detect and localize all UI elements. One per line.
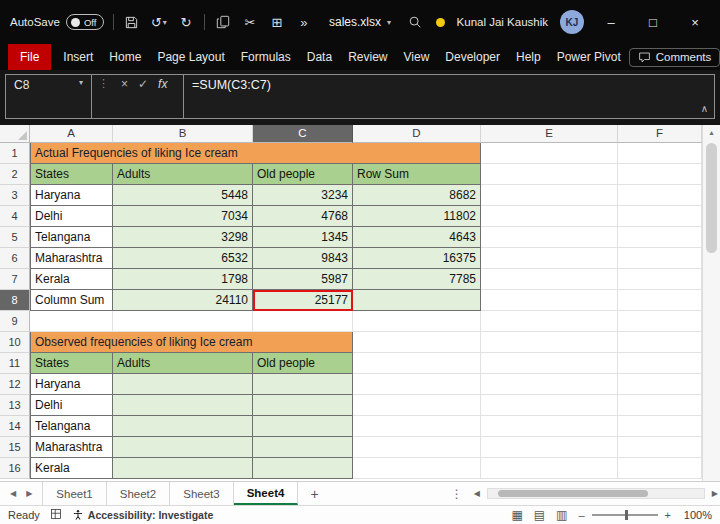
column-header-D[interactable]: D (353, 125, 481, 143)
comments-button[interactable]: Comments (629, 48, 720, 67)
cell-E7[interactable] (481, 269, 618, 290)
cell-D14[interactable] (353, 416, 481, 437)
cell-A1[interactable]: Actual Frequencies of liking Ice cream (30, 143, 481, 164)
cell-F3[interactable] (618, 185, 702, 206)
cell-D12[interactable] (353, 374, 481, 395)
cell-B12[interactable] (113, 374, 253, 395)
cell-C7[interactable]: 5987 (253, 269, 353, 290)
cell-B14[interactable] (113, 416, 253, 437)
cell-A6[interactable]: Maharashtra (30, 248, 113, 269)
cell-B11[interactable]: Adults (113, 353, 253, 374)
page-layout-view-button[interactable]: ▤ (534, 509, 545, 521)
maximize-button[interactable]: □ (638, 7, 668, 37)
cell-C14[interactable] (253, 416, 353, 437)
cell-F8[interactable] (618, 290, 702, 311)
cut-button[interactable]: ✂ (241, 15, 259, 30)
cell-E13[interactable] (481, 395, 618, 416)
copy-button[interactable] (214, 15, 232, 29)
ribbon-tab-help[interactable]: Help (508, 44, 549, 70)
drag-handle-icon[interactable]: ⋮ (98, 77, 109, 90)
cell-B5[interactable]: 3298 (113, 227, 253, 248)
cell-E10[interactable] (481, 332, 618, 353)
sheet-tab-sheet4[interactable]: Sheet4 (234, 482, 299, 505)
toolbar-overflow-button[interactable]: » (295, 15, 313, 30)
sheet-tab-sheet2[interactable]: Sheet2 (107, 482, 170, 505)
hscroll-right-icon[interactable]: ▶ (712, 489, 718, 498)
cell-E12[interactable] (481, 374, 618, 395)
cell-E2[interactable] (481, 164, 618, 185)
cell-A4[interactable]: Delhi (30, 206, 113, 227)
cell-B6[interactable]: 6532 (113, 248, 253, 269)
cell-D9[interactable] (353, 311, 481, 332)
ribbon-tab-insert[interactable]: Insert (55, 44, 101, 70)
cell-E5[interactable] (481, 227, 618, 248)
horizontal-scrollbar[interactable] (487, 488, 705, 499)
row-header-2[interactable]: 2 (0, 164, 30, 185)
ribbon-tab-formulas[interactable]: Formulas (233, 44, 299, 70)
sheet-options-icon[interactable]: ⋮ (447, 487, 467, 501)
cell-C3[interactable]: 3234 (253, 185, 353, 206)
cell-F10[interactable] (618, 332, 702, 353)
minimize-button[interactable]: – (596, 7, 626, 37)
ribbon-tab-home[interactable]: Home (101, 44, 149, 70)
cell-D5[interactable]: 4643 (353, 227, 481, 248)
name-box[interactable]: C8 ▾ (6, 75, 92, 118)
normal-view-button[interactable]: ▦ (511, 509, 522, 521)
cell-E1[interactable] (481, 143, 618, 164)
cell-E15[interactable] (481, 437, 618, 458)
cell-C6[interactable]: 9843 (253, 248, 353, 269)
vertical-scrollbar[interactable]: ▴ (702, 125, 720, 481)
cell-D11[interactable] (353, 353, 481, 374)
cell-B15[interactable] (113, 437, 253, 458)
column-header-C[interactable]: C (253, 125, 353, 143)
cell-B9[interactable] (113, 311, 253, 332)
cell-D13[interactable] (353, 395, 481, 416)
cell-E4[interactable] (481, 206, 618, 227)
cell-F14[interactable] (618, 416, 702, 437)
cell-F7[interactable] (618, 269, 702, 290)
row-header-11[interactable]: 11 (0, 353, 30, 374)
sheet-nav-right-icon[interactable]: ▶ (26, 489, 32, 498)
redo-button[interactable]: ↻ (177, 15, 195, 30)
add-sheet-button[interactable]: + (298, 482, 330, 505)
cell-D8[interactable] (353, 290, 481, 311)
cell-F5[interactable] (618, 227, 702, 248)
cell-D16[interactable] (353, 458, 481, 479)
ribbon-tab-page-layout[interactable]: Page Layout (149, 44, 232, 70)
ribbon-tab-view[interactable]: View (396, 44, 438, 70)
cell-D15[interactable] (353, 437, 481, 458)
cell-F2[interactable] (618, 164, 702, 185)
cell-B13[interactable] (113, 395, 253, 416)
cell-D3[interactable]: 8682 (353, 185, 481, 206)
zoom-slider[interactable] (592, 514, 658, 516)
cell-A11[interactable]: States (30, 353, 113, 374)
cell-A15[interactable]: Maharashtra (30, 437, 113, 458)
sheet-tab-sheet1[interactable]: Sheet1 (42, 482, 106, 505)
cell-F4[interactable] (618, 206, 702, 227)
page-break-view-button[interactable]: ▥ (556, 509, 567, 521)
cell-B7[interactable]: 1798 (113, 269, 253, 290)
row-header-10[interactable]: 10 (0, 332, 30, 353)
cell-A5[interactable]: Telangana (30, 227, 113, 248)
zoom-slider-knob[interactable] (625, 510, 628, 520)
cell-F15[interactable] (618, 437, 702, 458)
cell-D4[interactable]: 11802 (353, 206, 481, 227)
row-header-8[interactable]: 8 (0, 290, 30, 311)
document-title[interactable]: sales.xlsx ▾ (329, 0, 391, 44)
cell-A16[interactable]: Kerala (30, 458, 113, 479)
horizontal-scroll-thumb[interactable] (498, 490, 648, 497)
cell-E14[interactable] (481, 416, 618, 437)
cell-A2[interactable]: States (30, 164, 113, 185)
cell-D6[interactable]: 16375 (353, 248, 481, 269)
ribbon-tab-developer[interactable]: Developer (437, 44, 508, 70)
select-all-corner[interactable] (0, 125, 30, 143)
zoom-level[interactable]: 100% (682, 509, 712, 521)
ribbon-tab-review[interactable]: Review (340, 44, 395, 70)
cell-E3[interactable] (481, 185, 618, 206)
row-header-3[interactable]: 3 (0, 185, 30, 206)
autosave-toggle[interactable]: AutoSave Off (10, 14, 104, 30)
save-button[interactable] (123, 15, 141, 30)
row-header-14[interactable]: 14 (0, 416, 30, 437)
row-header-15[interactable]: 15 (0, 437, 30, 458)
cell-E8[interactable] (481, 290, 618, 311)
